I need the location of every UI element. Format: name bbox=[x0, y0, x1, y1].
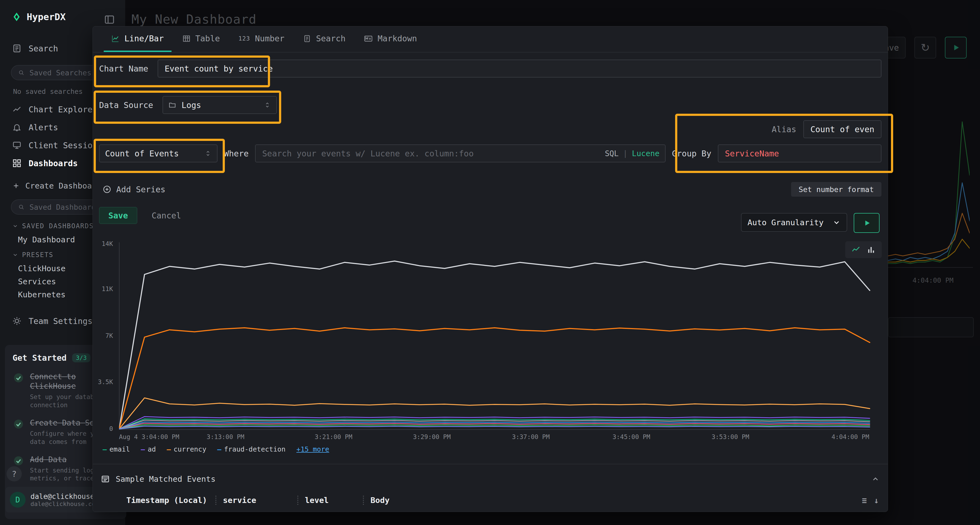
brand[interactable]: HyperDX bbox=[11, 11, 65, 22]
circle-plus-icon bbox=[103, 185, 111, 194]
help-button[interactable]: ? bbox=[6, 466, 22, 482]
lucene-toggle[interactable]: Lucene bbox=[632, 149, 659, 158]
presets-section-header[interactable]: PRESETS bbox=[12, 251, 53, 259]
plus-icon bbox=[12, 182, 20, 190]
sort-icon[interactable]: ↓ bbox=[874, 496, 879, 505]
sidebar-item-clickhouse[interactable]: ClickHouse bbox=[18, 264, 65, 273]
saved-dashboards-section-header[interactable]: SAVED DASHBOARDS bbox=[12, 222, 94, 230]
events-table-header: Timestamp (Local) service level Body ≡ ↓ bbox=[99, 489, 881, 512]
bell-icon bbox=[12, 123, 22, 132]
brand-name: HyperDX bbox=[27, 11, 65, 22]
tab-markdown[interactable]: Markdown bbox=[356, 26, 425, 52]
tab-table[interactable]: Table bbox=[175, 26, 228, 52]
check-circle-icon bbox=[13, 418, 24, 430]
column-timestamp[interactable]: Timestamp (Local) bbox=[99, 496, 215, 505]
column-level[interactable]: level bbox=[297, 496, 363, 505]
chart-name-input[interactable] bbox=[158, 60, 881, 78]
get-started-title: Get Started bbox=[13, 353, 67, 363]
monitor-icon bbox=[12, 141, 22, 150]
legend-item[interactable]: —ad bbox=[141, 445, 156, 453]
where-label: Where bbox=[224, 149, 248, 158]
group-by-input[interactable] bbox=[718, 144, 881, 162]
no-saved-searches-note: No saved searches bbox=[13, 87, 83, 95]
legend-more-link[interactable]: +15 more bbox=[296, 445, 329, 453]
run-query-button[interactable] bbox=[854, 213, 880, 233]
set-number-format-button[interactable]: Set number format bbox=[791, 182, 881, 197]
number-123-icon: 123 bbox=[239, 35, 250, 42]
screen: My New Dashboard Save ↻ 4:04:00 PM Hyper… bbox=[0, 0, 980, 525]
table-icon bbox=[182, 35, 191, 43]
chevron-down-icon bbox=[12, 223, 18, 229]
add-series-button[interactable]: Add Series bbox=[101, 181, 167, 197]
select-chevrons-icon bbox=[204, 150, 212, 157]
where-search: SQL | Lucene bbox=[255, 144, 665, 162]
sidebar-item-my-dashboard[interactable]: My Dashboard bbox=[18, 235, 75, 244]
chevron-down-icon bbox=[832, 219, 841, 227]
chevron-up-icon[interactable] bbox=[871, 475, 880, 483]
editor-tabs: Line/Bar Table 123 Number Search Markdow… bbox=[93, 26, 888, 52]
panel-list-icon bbox=[101, 475, 110, 484]
divider bbox=[93, 464, 888, 464]
save-button[interactable]: Save bbox=[99, 207, 137, 224]
chart-name-label: Chart Name bbox=[99, 64, 148, 73]
where-search-input[interactable] bbox=[255, 144, 665, 162]
gear-icon bbox=[12, 316, 22, 326]
search-list-icon bbox=[12, 44, 22, 53]
chart-x-axis: Aug 4 3:04:00 PM 3:13:00 PM 3:21:00 PM 3… bbox=[119, 433, 869, 441]
alias-label: Alias bbox=[772, 125, 796, 134]
tab-search[interactable]: Search bbox=[295, 26, 353, 52]
chart-legend: —email —ad —currency —fraud-detection +1… bbox=[103, 445, 329, 453]
data-source-label: Data Source bbox=[99, 100, 153, 110]
chevron-down-icon bbox=[12, 252, 18, 258]
tab-line-bar[interactable]: Line/Bar bbox=[104, 26, 172, 52]
column-service[interactable]: service bbox=[215, 496, 297, 505]
column-body[interactable]: Body bbox=[363, 496, 862, 505]
row-density-icon[interactable]: ≡ bbox=[862, 496, 867, 505]
document-icon bbox=[303, 35, 311, 43]
hyperdx-logo-icon bbox=[11, 12, 22, 22]
check-circle-icon bbox=[13, 372, 24, 384]
granularity-select[interactable]: Auto Granularity bbox=[741, 213, 847, 232]
dashboards-grid-icon bbox=[12, 159, 22, 168]
chart-lines bbox=[119, 243, 870, 429]
sql-toggle[interactable]: SQL bbox=[605, 149, 619, 158]
cancel-button[interactable]: Cancel bbox=[150, 207, 183, 224]
magnifier-icon bbox=[18, 203, 24, 211]
markdown-icon bbox=[364, 34, 373, 43]
create-dashboard-button[interactable]: Create Dashboard bbox=[12, 181, 101, 190]
tab-number[interactable]: 123 Number bbox=[231, 26, 292, 52]
alias-input[interactable] bbox=[803, 120, 881, 138]
get-started-badge: 3/3 bbox=[72, 353, 91, 362]
legend-item[interactable]: —email bbox=[103, 445, 130, 453]
sidebar-item-services[interactable]: Services bbox=[18, 277, 56, 286]
collapse-sidebar-icon[interactable] bbox=[104, 14, 116, 25]
chart-editor-modal: Line/Bar Table 123 Number Search Markdow… bbox=[92, 26, 888, 512]
play-icon bbox=[862, 219, 871, 227]
avatar: D bbox=[10, 492, 25, 508]
sidebar-item-kubernetes[interactable]: Kubernetes bbox=[18, 290, 65, 299]
aggregation-select[interactable]: Count of Events bbox=[99, 144, 218, 162]
chart-y-axis: 14K 11K 7K 3.5K 0 bbox=[93, 243, 117, 429]
data-source-select[interactable]: Logs bbox=[162, 96, 277, 114]
chart-line-icon bbox=[12, 105, 22, 114]
magnifier-icon bbox=[18, 69, 24, 76]
legend-item[interactable]: —fraud-detection bbox=[217, 445, 286, 453]
select-chevrons-icon bbox=[264, 102, 271, 109]
line-chart-icon bbox=[111, 35, 119, 43]
legend-item[interactable]: —currency bbox=[167, 445, 206, 453]
check-circle-icon bbox=[13, 455, 24, 467]
group-by-label: Group By bbox=[672, 149, 711, 158]
folder-icon bbox=[169, 101, 176, 109]
sample-events-header[interactable]: Sample Matched Events bbox=[101, 471, 880, 487]
chart-plot-area[interactable] bbox=[119, 243, 870, 430]
